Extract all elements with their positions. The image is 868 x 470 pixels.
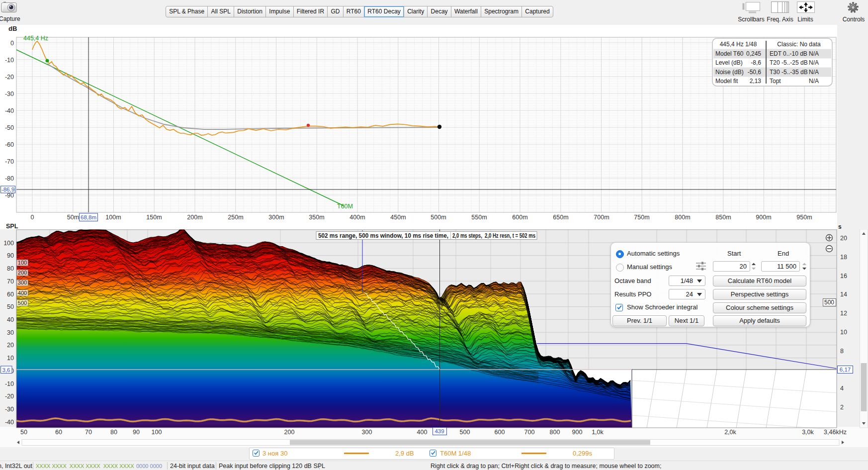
svg-text:0,245: 0,245: [746, 50, 761, 57]
svg-text:550m: 550m: [471, 214, 487, 221]
svg-text:2: 2: [840, 404, 844, 411]
svg-text:500m: 500m: [431, 214, 446, 221]
svg-text:400: 400: [417, 429, 428, 436]
svg-text:2,13: 2,13: [750, 78, 762, 85]
svg-text:-40: -40: [5, 419, 14, 426]
svg-text:14: 14: [840, 291, 847, 298]
svg-text:200: 200: [18, 270, 27, 276]
svg-text:900: 900: [572, 429, 583, 436]
svg-text:445,4 Hz: 445,4 Hz: [23, 35, 48, 42]
svg-text:50m: 50m: [67, 214, 79, 221]
svg-text:-20: -20: [5, 74, 14, 81]
svg-text:Capture: Capture: [0, 15, 20, 22]
svg-text:20: 20: [840, 235, 847, 242]
svg-text:8: 8: [840, 348, 844, 355]
svg-text:6,17: 6,17: [840, 367, 851, 373]
svg-text:Noise (dB): Noise (dB): [715, 69, 744, 76]
svg-text:18: 18: [840, 254, 847, 261]
svg-text:3,6: 3,6: [2, 367, 10, 373]
svg-text:-70: -70: [5, 158, 14, 165]
svg-text:750m: 750m: [634, 214, 649, 221]
svg-text:500: 500: [460, 429, 470, 436]
svg-text:800m: 800m: [675, 214, 690, 221]
svg-text:N/A: N/A: [809, 50, 819, 57]
svg-text:650m: 650m: [553, 214, 568, 221]
svg-text:400: 400: [18, 290, 27, 296]
svg-text:T60M: T60M: [337, 203, 353, 210]
svg-text:70: 70: [85, 429, 92, 436]
svg-text:500: 500: [824, 299, 834, 306]
svg-text:T30 -5..-35 dB: T30 -5..-35 dB: [770, 69, 808, 76]
svg-text:502 ms range, 500 ms window, 1: 502 ms range, 500 ms window, 10 ms rise …: [318, 232, 448, 239]
svg-text:3,0k: 3,0k: [802, 429, 814, 436]
svg-text:Controls: Controls: [843, 16, 865, 23]
svg-text:-50: -50: [5, 124, 14, 131]
svg-text:90: 90: [7, 252, 14, 259]
svg-text:439: 439: [434, 428, 444, 434]
svg-text:300m: 300m: [268, 214, 284, 221]
svg-text:300: 300: [362, 429, 372, 436]
svg-text:50: 50: [7, 303, 14, 310]
svg-text:100: 100: [18, 260, 27, 266]
svg-text:350m: 350m: [309, 214, 324, 221]
svg-text:600m: 600m: [512, 214, 527, 221]
svg-text:0: 0: [10, 40, 14, 47]
svg-text:500: 500: [18, 300, 27, 306]
svg-text:200m: 200m: [187, 214, 202, 221]
svg-text:16: 16: [840, 273, 847, 280]
svg-text:Level (dB): Level (dB): [715, 59, 743, 66]
svg-text:40: 40: [7, 316, 14, 323]
svg-text:400m: 400m: [349, 214, 365, 221]
svg-text:N/A: N/A: [809, 59, 819, 66]
svg-text:Classic: No data: Classic: No data: [777, 41, 821, 48]
svg-text:12: 12: [840, 310, 847, 317]
svg-text:70: 70: [7, 278, 14, 285]
svg-text:10: 10: [840, 329, 847, 336]
svg-text:90: 90: [133, 429, 140, 436]
svg-text:-86,9: -86,9: [1, 187, 14, 192]
svg-text:950m: 950m: [796, 214, 812, 221]
svg-text:Scrollbars: Scrollbars: [738, 16, 764, 23]
svg-text:-50,6: -50,6: [748, 69, 762, 76]
svg-text:80: 80: [7, 265, 14, 272]
svg-text:-60: -60: [5, 141, 14, 148]
svg-text:100: 100: [3, 240, 14, 247]
svg-text:60: 60: [55, 429, 62, 436]
svg-text:1,0k: 1,0k: [592, 429, 604, 436]
svg-text:850m: 850m: [715, 214, 731, 221]
svg-text:N/A: N/A: [809, 78, 819, 85]
svg-text:N/A: N/A: [809, 69, 819, 76]
svg-text:30: 30: [7, 329, 14, 336]
svg-text:0: 0: [31, 214, 34, 221]
svg-text:SPL: SPL: [6, 223, 18, 229]
svg-text:-8,6: -8,6: [751, 59, 761, 66]
svg-text:200: 200: [284, 429, 295, 436]
svg-text:445,4 Hz 1/48: 445,4 Hz 1/48: [720, 41, 757, 48]
svg-text:-30: -30: [5, 406, 14, 413]
svg-text:2,0 ms steps, 2,0 Hz resn, t: 2,0 ms steps, 2,0 Hz resn, t = 502 ms: [452, 232, 535, 239]
svg-text:300: 300: [18, 280, 27, 285]
svg-text:60: 60: [7, 291, 14, 298]
svg-text:s: s: [838, 223, 842, 229]
svg-text:150m: 150m: [146, 214, 162, 221]
svg-text:4: 4: [840, 385, 844, 392]
svg-text:Limits: Limits: [797, 16, 813, 23]
svg-text:700: 700: [524, 429, 535, 436]
svg-text:250m: 250m: [228, 214, 243, 221]
svg-text:-10: -10: [5, 57, 14, 64]
svg-text:800: 800: [550, 429, 560, 436]
svg-text:80: 80: [110, 429, 117, 436]
svg-text:2,0k: 2,0k: [724, 429, 736, 436]
svg-text:Topt: Topt: [770, 78, 781, 85]
svg-text:-30: -30: [5, 91, 14, 97]
svg-text:Model T60: Model T60: [715, 50, 744, 57]
svg-text:dB: dB: [8, 25, 17, 32]
svg-text:-80: -80: [5, 175, 14, 182]
svg-text:900m: 900m: [756, 214, 771, 221]
svg-text:450m: 450m: [390, 214, 406, 221]
svg-text:100: 100: [152, 429, 162, 436]
svg-text:-20: -20: [5, 393, 14, 400]
svg-text:EDT 0..-10 dB: EDT 0..-10 dB: [770, 50, 807, 57]
svg-text:Freq. Axis: Freq. Axis: [767, 16, 793, 23]
svg-text:-40: -40: [5, 107, 14, 114]
